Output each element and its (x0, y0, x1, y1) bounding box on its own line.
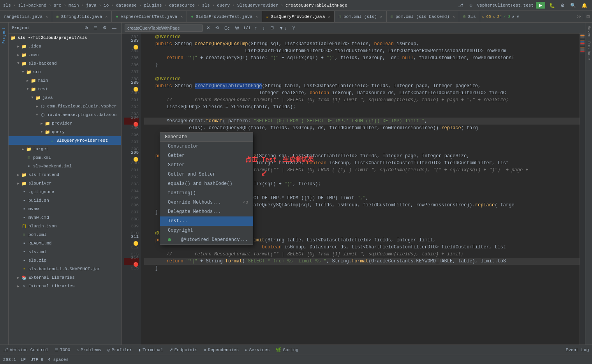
sidebar-item-slsiml[interactable]: ▪ sls.iml (9, 248, 121, 256)
sidebar-item-query[interactable]: ▼ 📁 query (9, 128, 121, 136)
sidebar-item-mvn[interactable]: ▶ 📁 .mvn (9, 51, 121, 59)
breadcrumb-datasource[interactable]: datasource (169, 3, 195, 8)
breadcrumb-sls-backend[interactable]: sls-backend (18, 3, 46, 8)
cm-constructor[interactable]: Constructor (160, 142, 253, 151)
search-everywhere-icon[interactable]: 🔍 (569, 2, 578, 9)
breadcrumb-sls2[interactable]: sls (202, 3, 210, 8)
notifications-icon[interactable]: 🔔 (580, 2, 589, 9)
maximize-editor-button[interactable]: ⊡ (584, 13, 592, 20)
sidebar-item-pomxml[interactable]: m pom.xml (9, 230, 121, 239)
breadcrumb-dataease[interactable]: dataease (116, 3, 137, 8)
sidebar-item-com-fit2cloud[interactable]: ▶ ⬡ com.fit2cloud.plugin.vspher (9, 102, 121, 111)
search-filter-btn[interactable]: Y (291, 25, 297, 31)
sidebar-item-root[interactable]: 📁 sls ~/fit2cloud/project/sls (9, 33, 121, 42)
tab-pom-sls-backend[interactable]: m pom.xml (sls-backend) ✕ (387, 11, 459, 23)
sidebar-item-scratches-and-consoles[interactable]: ▶ ✎ External Libraries (9, 282, 121, 290)
tab-rangeutils[interactable]: rangeUtils.java ✕ (0, 11, 52, 23)
filter-btn[interactable]: ▼ ⫶ (278, 25, 289, 31)
tab-stringutils[interactable]: ◉ StringUtils.java ✕ (52, 11, 112, 23)
bookmark-icon[interactable]: ☆ (467, 2, 475, 9)
version-control-btn[interactable]: ⎇ Version Control (3, 347, 48, 352)
breadcrumb-plugins[interactable]: plugins (144, 3, 162, 8)
breadcrumb-method[interactable]: createQueryTableWithPage (285, 3, 347, 8)
problems-btn[interactable]: ⚠ Problems (76, 347, 101, 352)
sidebar-item-external-libraries[interactable]: ▶ 📚 External Libraries (9, 273, 121, 282)
search-close-btn[interactable]: ✕ (205, 25, 211, 31)
tab-vsphereclienttest[interactable]: ● VsphereClientTest.java ✕ (112, 11, 187, 23)
sidebar-item-provider[interactable]: ▶ 📁 provider (9, 119, 121, 128)
run-button[interactable]: ▶ (536, 2, 545, 9)
cm-test[interactable]: Test... (160, 216, 253, 226)
next-match-btn[interactable]: ↓ (261, 25, 266, 32)
database-tab[interactable]: Database (586, 40, 592, 62)
tab-sls[interactable]: G Sls (459, 11, 480, 23)
profiler-btn[interactable]: ◎ Profiler (107, 347, 132, 352)
sidebar-item-gitignore[interactable]: ▪ .gitignore (9, 188, 121, 196)
sidebar-item-pluginjson[interactable]: {} plugin.json (9, 222, 121, 230)
sidebar-item-sls-backend[interactable]: ▼ 📁 sls-backend (9, 59, 121, 68)
tab-vsphereclienttest-close[interactable]: ✕ (180, 14, 183, 19)
sidebar-item-target[interactable]: ▶ 📁 target (9, 145, 121, 153)
replace-btn[interactable]: ⟲ (214, 25, 220, 31)
whole-word-btn[interactable]: W (233, 25, 240, 31)
dependencies-btn[interactable]: ◈ Dependencies (204, 347, 239, 352)
sidebar-item-java-folder[interactable]: ▼ 📁 java (9, 93, 121, 102)
sidebar-item-mvnw[interactable]: ▪ mvnw (9, 205, 121, 213)
search-settings-btn[interactable]: ⊞ (269, 25, 275, 31)
tab-pom-sls-close[interactable]: ✕ (380, 14, 382, 19)
endpoints-btn[interactable]: ⤤ Endpoints (169, 347, 197, 352)
vcs-icon[interactable]: ⎇ (456, 2, 465, 9)
breadcrumb-sls[interactable]: sls (3, 3, 11, 8)
sidebar-item-mvnwcmd[interactable]: ▪ mvnw.cmd (9, 213, 121, 222)
cm-override-methods[interactable]: Override Methods... ^O (160, 198, 253, 207)
sidebar-add-btn[interactable]: ⊕ (83, 25, 90, 31)
tab-slsqueryprovider[interactable]: ☕ SlsQueryProvider.java ✕ (262, 11, 335, 23)
tab-slsdsprovidertest-close[interactable]: ✕ (255, 14, 258, 19)
tab-rangeutils-close[interactable]: ✕ (46, 14, 48, 19)
cm-getter[interactable]: Getter (160, 151, 253, 160)
minimap[interactable] (580, 33, 585, 345)
services-btn[interactable]: ⊙ Services (245, 347, 270, 352)
breadcrumb-main[interactable]: main (69, 3, 79, 8)
cm-tostring[interactable]: toString() (160, 188, 253, 198)
sidebar-item-slszip[interactable]: ▪ sls.zip (9, 256, 121, 265)
cm-delegate-methods[interactable]: Delegate Methods... (160, 207, 253, 216)
tab-overflow-button[interactable]: ≫ (574, 14, 584, 19)
sidebar-settings-btn[interactable]: ⚙ (101, 25, 108, 31)
sidebar-item-sls-backend-iml[interactable]: ▪ sls-backend.iml (9, 162, 121, 171)
sidebar-list-btn[interactable]: ☰ (92, 25, 99, 31)
sidebar-item-sls-frontend[interactable]: ▶ 📁 sls-frontend (9, 171, 121, 179)
sidebar-item-test[interactable]: ▼ 📁 test (9, 85, 121, 93)
project-tab[interactable]: Project (1, 24, 7, 47)
cm-getter-setter[interactable]: Getter and Setter (160, 170, 253, 179)
sidebar-item-io-dataease[interactable]: ▼ ⬡ io.dataease.plugins.datasou (9, 111, 121, 119)
breadcrumb-src[interactable]: src (54, 3, 62, 8)
breadcrumb-io[interactable]: io (104, 3, 109, 8)
cm-equals-hashcode[interactable]: equals() and hashCode() (160, 179, 253, 188)
sidebar-item-readmemd[interactable]: ▪ README.md (9, 239, 121, 248)
tab-stringutils-close[interactable]: ✕ (105, 14, 107, 19)
breadcrumb-java[interactable]: java (86, 3, 96, 8)
tab-pom-sls[interactable]: m pom.xml (sls) ✕ (335, 11, 386, 23)
cm-autowired[interactable]: @Autowired Dependency... (160, 235, 253, 244)
settings-icon[interactable]: ⚙ (559, 2, 566, 9)
sidebar-item-src[interactable]: ▼ 📁 src (9, 68, 121, 76)
sidebar-item-jar[interactable]: ▪ sls-backend-1.0-SNAPSHOT.jar (9, 265, 121, 273)
terminal-btn[interactable]: ▮ Terminal (138, 347, 163, 352)
event-log-btn[interactable]: Event Log (566, 348, 589, 352)
tab-slsqueryprovider-close[interactable]: ✕ (328, 14, 330, 19)
prev-match-btn[interactable]: ↑ (253, 25, 259, 32)
search-input[interactable] (125, 25, 203, 32)
sidebar-item-main[interactable]: ▶ 📁 main (9, 76, 121, 85)
sidebar-item-pom-xml[interactable]: m pom.xml (9, 153, 121, 162)
sidebar-item-slsdriver[interactable]: ▶ 📁 slsDriver (9, 179, 121, 188)
tab-pom-sls-backend-close[interactable]: ✕ (453, 14, 455, 19)
spring-btn[interactable]: 🌿 Spring (276, 347, 298, 352)
breadcrumb-slsqueryprovider[interactable]: SlsQueryProvider (237, 3, 278, 8)
sidebar-item-idea[interactable]: ▶ 📁 .idea (9, 42, 121, 51)
sidebar-item-slsqueryprovidertest[interactable]: ☕ SlsQueryProviderTest (9, 136, 121, 145)
maven-tab[interactable]: Maven (586, 24, 592, 39)
sidebar-item-buildsh[interactable]: ▪ build.sh (9, 196, 121, 205)
breadcrumb-query[interactable]: query (217, 3, 230, 8)
todo-btn[interactable]: ☰ TODO (55, 347, 70, 352)
